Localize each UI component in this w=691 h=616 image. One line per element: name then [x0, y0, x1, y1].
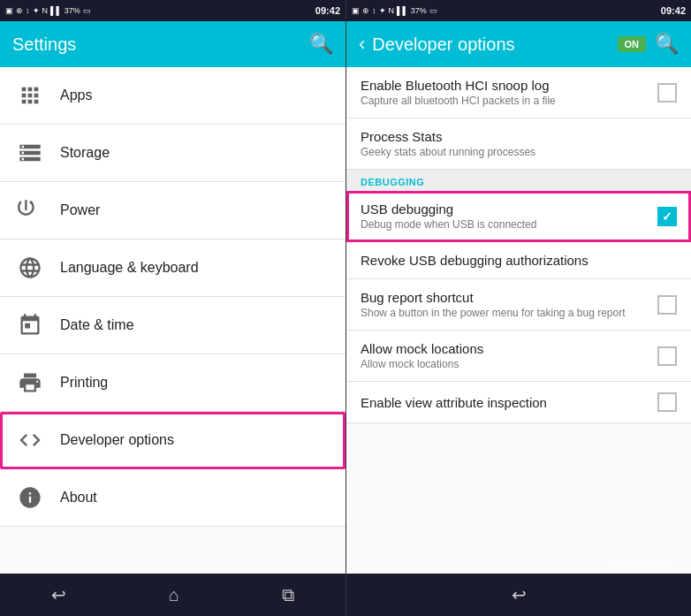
dev-checkbox-usb[interactable] — [657, 207, 677, 226]
dev-item-process-stats[interactable]: Process Stats Geeky stats about running … — [346, 118, 691, 170]
left-time: 09:42 — [315, 5, 340, 16]
left-panel: ▣ ⊕ ↕ ✦ N ▌▌ 37% ▭ 09:42 Settings 🔍 Apps — [0, 0, 346, 616]
dev-item-bt-hci-subtitle: Capture all bluetooth HCI packets in a f… — [361, 95, 657, 107]
r-bt-icon: ✦ — [379, 6, 386, 15]
nav-item-developer[interactable]: Developer options — [0, 412, 346, 469]
dev-item-usb-subtitle: Debug mode when USB is connected — [361, 218, 657, 231]
printing-icon — [14, 367, 46, 399]
nav-label-developer: Developer options — [60, 432, 174, 448]
dev-item-bt-hci[interactable]: Enable Bluetooth HCI snoop log Capture a… — [346, 67, 691, 118]
usb-icon: ↕ — [26, 6, 30, 15]
nav-label-datetime: Date & time — [60, 317, 134, 333]
nav-item-power[interactable]: Power — [0, 182, 346, 240]
right-bottom-bar: ↩ — [346, 574, 691, 616]
dev-item-mock-title: Allow mock locations — [361, 341, 657, 356]
left-nav-list: Apps Storage Power Language & keyboard — [0, 67, 346, 574]
nav-label-language: Language & keyboard — [60, 260, 199, 276]
dev-checkbox-bt-hci[interactable] — [657, 83, 677, 103]
nav-label-apps: Apps — [60, 87, 92, 103]
dev-item-process-stats-title: Process Stats — [361, 129, 677, 144]
dev-item-bug-title: Bug report shortcut — [361, 290, 657, 305]
signal-icon: ▌▌ — [50, 6, 62, 15]
nav-label-about: About — [60, 490, 97, 506]
datetime-icon — [14, 309, 46, 341]
battery-icon: ▭ — [83, 6, 91, 15]
dev-checkbox-bug[interactable] — [657, 295, 677, 315]
r-wifi-icon: ⊕ — [362, 6, 369, 15]
right-panel: ▣ ⊕ ↕ ✦ N ▌▌ 37% ▭ 09:42 ‹ Developer opt… — [346, 0, 691, 616]
dev-item-process-stats-subtitle: Geeky stats about running processes — [361, 146, 677, 158]
dev-item-view-title: Enable view attribute inspection — [361, 395, 657, 410]
dev-item-bug-subtitle: Show a button in the power menu for taki… — [361, 307, 657, 319]
dev-item-revoke-usb[interactable]: Revoke USB debugging authorizations — [346, 242, 691, 279]
nav-item-storage[interactable]: Storage — [0, 125, 346, 182]
debugging-section-header: DEBUGGING — [346, 170, 691, 191]
nav-item-datetime[interactable]: Date & time — [0, 297, 346, 354]
nav-label-power: Power — [60, 202, 100, 218]
right-back-icon[interactable]: ‹ — [359, 33, 365, 56]
language-icon — [14, 252, 46, 284]
r-usb-icon: ↕ — [372, 6, 376, 15]
dev-item-process-stats-text: Process Stats Geeky stats about running … — [361, 129, 677, 158]
dev-item-mock-subtitle: Allow mock locations — [361, 358, 657, 370]
developer-toggle[interactable]: ON — [618, 36, 647, 52]
r-sim-icon: ▣ — [352, 6, 360, 15]
left-search-icon[interactable]: 🔍 — [309, 33, 333, 56]
right-app-bar-title: Developer options — [372, 34, 617, 55]
r-signal-icon: ▌▌ — [397, 6, 408, 15]
dev-item-bt-hci-text: Enable Bluetooth HCI snoop log Capture a… — [361, 78, 657, 107]
dev-checkbox-view[interactable] — [657, 392, 677, 412]
dev-item-bug-text: Bug report shortcut Show a button in the… — [361, 290, 657, 319]
storage-icon — [14, 137, 46, 169]
left-back-button[interactable]: ↩ — [34, 577, 84, 612]
dev-item-revoke-text: Revoke USB debugging authorizations — [361, 253, 677, 268]
left-home-button[interactable]: ⌂ — [151, 578, 197, 612]
dev-item-view-text: Enable view attribute inspection — [361, 395, 657, 410]
bt-icon: ✦ — [33, 6, 40, 15]
r-nfc-icon: N — [389, 6, 395, 15]
nav-item-printing[interactable]: Printing — [0, 354, 346, 412]
power-icon — [14, 194, 46, 226]
developer-icon — [14, 424, 46, 456]
nav-item-language[interactable]: Language & keyboard — [0, 240, 346, 297]
dev-checkbox-mock[interactable] — [657, 346, 677, 366]
right-app-bar: ‹ Developer options ON 🔍 — [346, 21, 691, 67]
nav-item-apps[interactable]: Apps — [0, 67, 346, 125]
battery-text: 37% — [65, 6, 80, 15]
dev-item-bt-hci-title: Enable Bluetooth HCI snoop log — [361, 78, 657, 93]
dev-item-view-attr[interactable]: Enable view attribute inspection — [346, 382, 691, 423]
apps-icon — [14, 80, 46, 111]
dev-item-usb-title: USB debugging — [361, 202, 657, 217]
right-time: 09:42 — [661, 5, 686, 16]
right-search-icon[interactable]: 🔍 — [655, 33, 679, 56]
dev-item-bug-report[interactable]: Bug report shortcut Show a button in the… — [346, 279, 691, 331]
r-battery-text: 37% — [411, 6, 427, 15]
dev-item-usb-debugging[interactable]: USB debugging Debug mode when USB is con… — [346, 191, 691, 242]
nav-label-printing: Printing — [60, 375, 108, 391]
about-icon — [14, 482, 46, 513]
dev-item-mock-text: Allow mock locations Allow mock location… — [361, 341, 657, 370]
right-back-button[interactable]: ↩ — [494, 577, 544, 612]
left-bottom-bar: ↩ ⌂ ⧉ — [0, 574, 346, 616]
r-battery-icon: ▭ — [429, 6, 437, 15]
sim-icon: ▣ — [5, 6, 13, 15]
dev-item-usb-text: USB debugging Debug mode when USB is con… — [361, 202, 657, 231]
wifi-icon: ⊕ — [16, 6, 23, 15]
right-status-bar: ▣ ⊕ ↕ ✦ N ▌▌ 37% ▭ 09:42 — [346, 0, 691, 21]
developer-options-list: Enable Bluetooth HCI snoop log Capture a… — [346, 67, 691, 574]
left-app-bar-title: Settings — [12, 34, 309, 55]
left-status-bar: ▣ ⊕ ↕ ✦ N ▌▌ 37% ▭ 09:42 — [0, 0, 346, 21]
left-recents-button[interactable]: ⧉ — [264, 578, 312, 612]
nav-label-storage: Storage — [60, 145, 110, 161]
left-app-bar: Settings 🔍 — [0, 21, 346, 67]
left-status-icons: ▣ ⊕ ↕ ✦ N ▌▌ 37% ▭ — [5, 6, 91, 15]
dev-item-revoke-title: Revoke USB debugging authorizations — [361, 253, 677, 268]
nav-item-about[interactable]: About — [0, 469, 346, 527]
dev-item-mock-locations[interactable]: Allow mock locations Allow mock location… — [346, 331, 691, 382]
right-status-icons: ▣ ⊕ ↕ ✦ N ▌▌ 37% ▭ — [352, 6, 437, 15]
nfc-icon: N — [42, 6, 49, 15]
